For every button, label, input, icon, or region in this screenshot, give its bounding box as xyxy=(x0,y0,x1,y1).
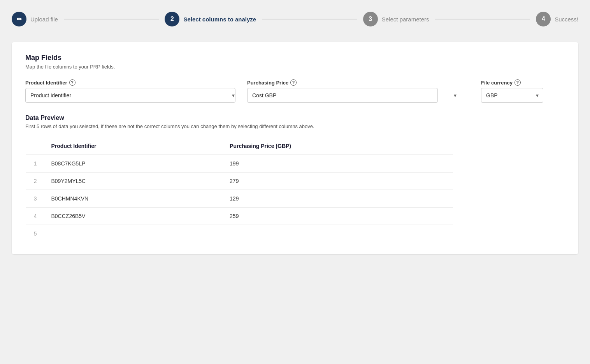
table-header: Product Identifier Purchasing Price (GBP… xyxy=(26,137,453,155)
pencil-icon: ✏ xyxy=(17,16,22,23)
step-4-label: Success! xyxy=(555,16,578,23)
content-card: Map Fields Map the file columns to your … xyxy=(12,42,578,254)
col-header-price: Purchasing Price (GBP) xyxy=(223,137,453,155)
row-4-num: 4 xyxy=(26,207,45,225)
col-header-num xyxy=(26,137,45,155)
row-4-product-id: B0CCZ26B5V xyxy=(45,207,224,225)
step-upload: ✏ Upload file xyxy=(12,12,58,26)
connector-3-4 xyxy=(435,19,530,19)
row-3-num: 3 xyxy=(26,190,45,207)
product-identifier-select[interactable]: Product identifier SKU ASIN EAN xyxy=(25,88,235,103)
stepper: ✏ Upload file 2 Select columns to analyz… xyxy=(12,8,578,30)
connector-1-2 xyxy=(64,19,159,19)
step-select-params: 3 Select parameters xyxy=(363,12,429,26)
file-currency-select-wrapper: GBP USD EUR CAD xyxy=(481,88,543,103)
step-select-columns: 2 Select columns to analyze xyxy=(165,12,256,26)
row-3-product-id: B0CHMN4KVN xyxy=(45,190,224,207)
page-wrapper: ✏ Upload file 2 Select columns to analyz… xyxy=(0,0,590,364)
connector-2-3 xyxy=(262,19,357,19)
row-2-price: 279 xyxy=(223,172,453,190)
table-row: 5 xyxy=(26,225,453,243)
map-fields-subtitle: Map the file columns to your PRP fields. xyxy=(25,64,565,70)
col-header-product-id: Product Identifier xyxy=(45,137,224,155)
step-4-circle: 4 xyxy=(536,12,551,26)
data-preview-title: Data Preview xyxy=(25,114,565,121)
step-2-circle: 2 xyxy=(165,12,179,26)
data-preview-subtitle: First 5 rows of data you selected, if th… xyxy=(25,123,565,129)
data-table: Product Identifier Purchasing Price (GBP… xyxy=(25,137,453,243)
product-identifier-help-icon[interactable]: ? xyxy=(69,79,76,86)
purchasing-price-label: Purchasing Price ? xyxy=(247,79,461,86)
step-success: 4 Success! xyxy=(536,12,578,26)
purchasing-price-help-icon[interactable]: ? xyxy=(290,79,297,86)
row-1-num: 1 xyxy=(26,155,45,172)
purchasing-price-group: Purchasing Price ? Cost GBP Cost USD Cos… xyxy=(247,79,461,103)
step-2-number: 2 xyxy=(170,16,174,23)
file-currency-label: File currency ? xyxy=(481,79,543,86)
map-fields-title: Map Fields xyxy=(25,54,565,62)
file-currency-group: File currency ? GBP USD EUR CAD xyxy=(481,79,543,103)
step-1-label: Upload file xyxy=(30,16,58,23)
purchasing-price-select-wrapper: Cost GBP Cost USD Cost EUR Price xyxy=(247,88,461,103)
step-2-label: Select columns to analyze xyxy=(183,16,256,23)
table-row: 3 B0CHMN4KVN 129 xyxy=(26,190,453,207)
table-row: 2 B09Y2MYL5C 279 xyxy=(26,172,453,190)
row-5-product-id xyxy=(45,225,224,243)
row-4-price: 259 xyxy=(223,207,453,225)
purchasing-price-select[interactable]: Cost GBP Cost USD Cost EUR Price xyxy=(247,88,438,103)
step-4-number: 4 xyxy=(542,16,545,23)
row-1-product-id: B08C7KG5LP xyxy=(45,155,224,172)
product-identifier-label: Product Identifier ? xyxy=(25,79,239,86)
step-3-circle: 3 xyxy=(363,12,378,26)
field-divider xyxy=(471,79,471,103)
row-5-num: 5 xyxy=(26,225,45,243)
table-wrapper: Product Identifier Purchasing Price (GBP… xyxy=(25,137,453,243)
table-row: 1 B08C7KG5LP 199 xyxy=(26,155,453,172)
row-3-price: 129 xyxy=(223,190,453,207)
row-2-num: 2 xyxy=(26,172,45,190)
fields-row: Product Identifier ? Product identifier … xyxy=(25,79,565,103)
step-1-circle: ✏ xyxy=(12,12,26,26)
table-row: 4 B0CCZ26B5V 259 xyxy=(26,207,453,225)
row-2-product-id: B09Y2MYL5C xyxy=(45,172,224,190)
product-identifier-select-wrapper: Product identifier SKU ASIN EAN xyxy=(25,88,239,103)
table-body: 1 B08C7KG5LP 199 2 B09Y2MYL5C 279 3 B0CH… xyxy=(26,155,453,243)
step-3-number: 3 xyxy=(369,16,372,23)
file-currency-help-icon[interactable]: ? xyxy=(514,79,521,86)
file-currency-select[interactable]: GBP USD EUR CAD xyxy=(481,88,543,103)
row-1-price: 199 xyxy=(223,155,453,172)
row-5-price xyxy=(223,225,453,243)
product-identifier-group: Product Identifier ? Product identifier … xyxy=(25,79,239,103)
step-3-label: Select parameters xyxy=(382,16,429,23)
